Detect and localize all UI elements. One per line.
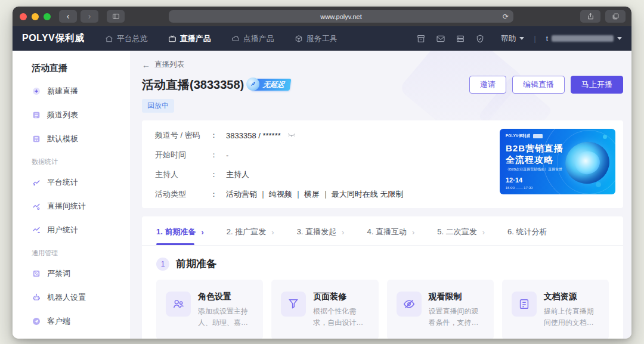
mail-icon[interactable] [436,34,445,44]
chevron-right-icon: › [482,228,485,237]
url-bar[interactable]: www.polyv.net ⟳ [169,10,513,23]
share-button[interactable] [580,10,600,23]
breadcrumb-label: 直播列表 [154,60,184,70]
app-navbar: POLYV保利威 平台总览 直播产品 点播产品 服务工具 [13,26,631,51]
no-delay-label: 无延迟 [262,80,285,90]
back-arrow-icon: ← [142,60,150,70]
sidebar-item-robot-settings[interactable]: 机器人设置 [32,292,130,303]
document-icon [512,292,537,317]
browser-back-button[interactable]: ‹ [59,10,77,23]
plus-circle-icon [32,86,41,96]
sidebar-item-client[interactable]: 客户端 [32,316,130,327]
nav-item-label: 点播产品 [243,33,274,44]
show-password-icon[interactable] [287,131,296,140]
tabs-icon [612,13,620,20]
channel-password-value: 3833358 / ****** [226,131,281,140]
sidebar-item-channel-list[interactable]: 频道列表 [32,110,130,120]
step-tab-interaction[interactable]: 4. 直播互动› [367,227,414,245]
decorate-funnel-icon [281,292,306,317]
banner-subtitle: 《B2B企业直播营销指南》直播首发 [506,167,562,172]
help-label: 帮助 [501,33,516,44]
user-chart-icon [32,225,41,235]
sidebar-icon [112,13,120,20]
info-row-channel: 频道号 / 密码 ： 3833358 / ****** [155,130,500,141]
live-tv-icon [168,35,177,43]
edit-live-button[interactable]: 编辑直播 [512,76,565,94]
feature-card-page-decoration[interactable]: 页面装修 根据个性化需求，自由设计配置直播间元素，支持自… [271,280,378,339]
status-badge: 回放中 [142,99,174,113]
user-account-menu[interactable]: t [546,35,622,43]
step-tab-secondary-promo[interactable]: 5. 二次宣发› [437,227,485,245]
help-menu[interactable]: 帮助 [501,33,524,44]
info-row-type: 活动类型 ： 活动营销 ｜ 纯视频 ｜ 横屏 ｜ 最大同时在线 无限制 [155,189,500,200]
nav-item-service-tools[interactable]: 服务工具 [295,33,338,44]
banner-time: 15:00 —— 17:30 [506,186,532,190]
chevron-right-icon: › [412,228,414,237]
minimize-window-button[interactable] [32,13,39,20]
cloud-icon [231,35,240,43]
section-title: 前期准备 [176,257,216,271]
banner-title-line2: 全流程攻略 [506,154,553,166]
banner-title-line1: B2B营销直播 [506,143,564,154]
info-row-start-time: 开始时间 ： - [155,150,500,160]
sidebar-group-stats: 数据统计 [32,157,130,166]
sidebar-item-user-stats[interactable]: 用户统计 [32,225,130,235]
close-window-button[interactable] [20,13,27,20]
banner-cobrand-logo [533,134,543,138]
username-text: t [546,35,548,43]
nav-item-label: 直播产品 [180,33,211,44]
banner-polyv-logo: POLYV保利威 [506,134,530,139]
chevron-right-icon: › [201,228,203,237]
sidebar-item-banned-words[interactable]: 严禁词 [32,268,130,279]
browser-sidebar-toggle-button[interactable] [107,10,125,23]
sidebar-item-default-template[interactable]: 默认模板 [32,134,130,144]
browser-window: ‹ › www.polyv.net ⟳ POLYV保利威 平台总览 直播产品 [13,7,631,339]
tabs-overview-button[interactable] [605,10,626,23]
refresh-icon[interactable]: ⟳ [503,13,509,21]
no-delay-badge: 无延迟 [252,79,292,91]
sidebar-item-platform-stats[interactable]: 平台统计 [32,177,130,188]
banner-date: 12·14 [506,176,522,184]
url-text: www.polyv.net [320,13,362,20]
cube-icon [295,35,303,43]
banned-icon [32,269,41,278]
feature-card-document-resources[interactable]: 文档资源 提前上传直播期间使用的文档资源，减少直播中的失… [502,280,609,339]
sidebar: 活动直播 新建直播 频道列表 默认模板 数据统计 平台统计 直播间统计 [13,51,130,339]
username-redacted [552,35,614,42]
robot-icon [32,293,41,302]
nav-item-live-products[interactable]: 直播产品 [168,33,211,44]
invite-button[interactable]: 邀请 [469,76,506,94]
sidebar-title: 活动直播 [32,63,130,74]
browser-forward-button[interactable]: › [80,10,98,23]
chevron-down-icon [519,37,524,40]
feature-card-watch-restriction[interactable]: 观看限制 设置直播间的观看条件，支持白名单、报名观看、验… [387,280,494,339]
zoom-window-button[interactable] [44,13,51,20]
promo-banner[interactable]: POLYV保利威 B2B营销直播 全流程攻略 《B2B企业直播营销指南》直播首发… [500,129,615,194]
live-info-card: 频道号 / 密码 ： 3833358 / ****** 开始时间 ： - 主持人 [142,120,623,208]
polyv-logo[interactable]: POLYV保利威 [22,32,85,45]
start-live-button[interactable]: 马上开播 [571,76,623,94]
breadcrumb[interactable]: ← 直播列表 [142,60,623,70]
nav-item-label: 服务工具 [306,33,338,44]
step-tab-preparation[interactable]: 1. 前期准备› [156,227,204,245]
chevron-down-icon [617,37,622,40]
eye-off-icon [397,292,422,317]
shield-icon[interactable] [475,34,485,44]
panel-icon[interactable] [456,34,465,44]
archive-icon[interactable] [416,34,426,44]
host-value: 主持人 [226,169,249,180]
feature-card-role-settings[interactable]: 角色设置 添加或设置主持人、助理、嘉宾的信息，以及新增助… [156,280,263,339]
nav-item-platform-overview[interactable]: 平台总览 [105,33,148,44]
step-tab-analytics[interactable]: 6. 统计分析 [507,227,547,245]
step-tab-launch[interactable]: 3. 直播发起› [297,227,345,245]
chevron-right-icon: › [342,228,344,237]
nav-item-vod-products[interactable]: 点播产品 [231,33,274,44]
sidebar-item-room-stats[interactable]: 直播间统计 [32,201,130,212]
sidebar-item-new-live[interactable]: 新建直播 [32,86,130,97]
main-content: ← 直播列表 活动直播(3833358) 无延迟 邀请 编辑直播 马上开播 回放… [130,51,631,339]
nav-divider: | [534,35,536,43]
sidebar-group-general: 通用管理 [32,249,130,258]
step-tab-promotion[interactable]: 2. 推广宣发› [227,227,274,245]
rocket-icon [246,78,259,91]
home-icon [105,35,113,43]
